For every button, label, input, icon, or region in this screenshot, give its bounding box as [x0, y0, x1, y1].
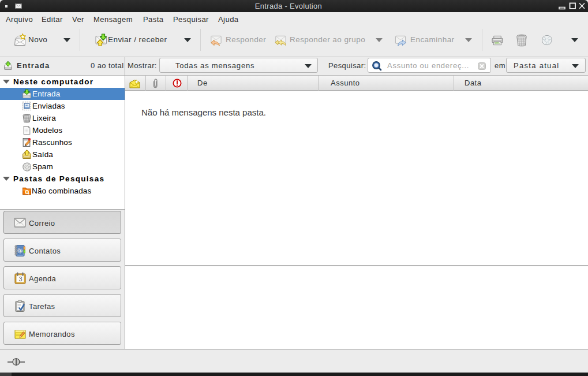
svg-text:3: 3: [19, 276, 23, 282]
svg-text:@: @: [17, 248, 23, 254]
